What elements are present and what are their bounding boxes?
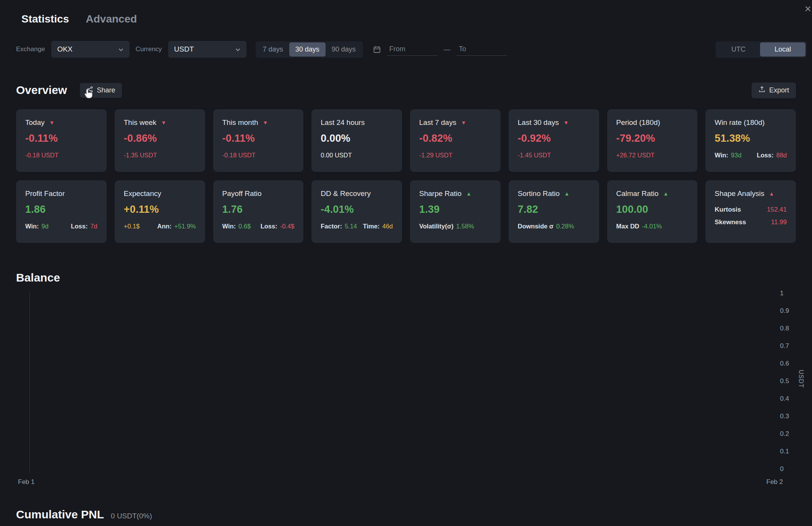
- y-tick: 0.8: [780, 325, 789, 332]
- currency-label: Currency: [136, 45, 162, 53]
- stat-card-last-30-days: Last 30 days▼ -0.92% -1.45 USDT: [509, 109, 599, 172]
- card-title: Profit Factor: [25, 189, 65, 198]
- card-subvalue: -1.45 USDT: [518, 152, 551, 159]
- share-label: Share: [97, 86, 115, 94]
- date-to-input[interactable]: To: [457, 43, 507, 56]
- range-30-days[interactable]: 30 days: [289, 42, 326, 57]
- y-tick: 0.9: [780, 307, 789, 315]
- maxdd-value: -4.01%: [642, 223, 662, 230]
- downside-value: 0.28%: [556, 223, 574, 230]
- card-title: Calmar Ratio: [616, 189, 659, 198]
- win-value: 0.6$: [238, 223, 251, 230]
- close-icon[interactable]: ×: [804, 3, 811, 15]
- stat-card-expectancy: Expectancy +0.11% +0.1$ Ann:+51.9%: [115, 180, 205, 243]
- cumulative-pnl-value: 0 USDT(0%): [111, 512, 152, 520]
- y-tick: 0.4: [780, 395, 789, 403]
- exchange-select[interactable]: OKX: [51, 41, 130, 58]
- card-subvalue: +26.72 USDT: [616, 152, 655, 159]
- card-title: DD & Recovery: [321, 189, 371, 198]
- win-value: 93d: [731, 152, 742, 159]
- filter-bar: Exchange OKX Currency USDT 7 days 30 day…: [0, 38, 812, 60]
- timezone-utc[interactable]: UTC: [717, 42, 760, 57]
- card-subvalue: 0.00 USDT: [321, 152, 352, 159]
- overview-title: Overview: [16, 84, 67, 97]
- card-value: 7.82: [518, 204, 590, 215]
- time-label: Time:: [363, 223, 380, 230]
- trend-up-icon: ▲: [466, 191, 472, 196]
- stat-card-today: Today▼ -0.11% -0.18 USDT: [16, 109, 107, 172]
- card-subvalue: -0.18 USDT: [222, 152, 256, 159]
- date-from-input[interactable]: From: [387, 43, 438, 56]
- card-value: +0.11%: [124, 204, 196, 215]
- card-title: Expectancy: [124, 189, 161, 198]
- card-title: Shape Analysis: [715, 189, 764, 198]
- win-value: 9d: [42, 223, 49, 230]
- card-title: Today: [25, 118, 45, 127]
- card-subvalue: -1.35 USDT: [124, 152, 157, 159]
- export-icon: [759, 86, 765, 95]
- card-title: Payoff Ratio: [222, 189, 262, 198]
- loss-value: 88d: [776, 152, 787, 159]
- currency-value: USDT: [174, 45, 194, 53]
- card-title: Sharpe Ratio: [419, 189, 462, 198]
- range-7-days[interactable]: 7 days: [257, 42, 289, 57]
- share-button[interactable]: Share: [80, 83, 122, 98]
- overview-header: Overview Share Export: [16, 81, 796, 99]
- y-tick: 0.1: [780, 448, 789, 455]
- factor-label: Factor:: [321, 223, 342, 230]
- stat-card-this-month: This month▼ -0.11% -0.18 USDT: [213, 109, 304, 172]
- downside-label: Downside σ: [518, 223, 554, 230]
- annual-value: +51.9%: [174, 223, 196, 230]
- trend-down-icon: ▼: [564, 120, 569, 125]
- header-tabs: Statistics Advanced: [0, 0, 812, 38]
- y-tick: 0.3: [780, 413, 789, 420]
- card-value: 51.38%: [715, 133, 787, 144]
- card-value: -79.20%: [616, 133, 689, 144]
- kurtosis-label: Kurtosis: [715, 206, 741, 214]
- balance-section-title: Balance: [16, 271, 796, 284]
- card-value: 1.39: [419, 204, 491, 215]
- kurtosis-value: 152.41: [767, 206, 787, 214]
- exchange-value: OKX: [57, 45, 73, 53]
- trend-down-icon: ▼: [461, 120, 466, 125]
- y-tick: 0: [780, 465, 783, 473]
- x-tick-end: Feb 2: [767, 478, 783, 486]
- win-label: Win:: [222, 223, 236, 230]
- loss-label: Loss:: [261, 223, 277, 230]
- timezone-selector: UTC Local: [716, 41, 807, 58]
- stat-card-win-rate-180d: Win rate (180d) 51.38% Win:93d Loss:88d: [705, 109, 796, 172]
- export-label: Export: [769, 86, 789, 94]
- stat-card-payoff-ratio: Payoff Ratio 1.76 Win:0.6$ Loss:-0.4$: [213, 180, 304, 243]
- card-title: Period (180d): [616, 118, 660, 127]
- currency-select[interactable]: USDT: [168, 41, 246, 58]
- timezone-local[interactable]: Local: [760, 42, 806, 57]
- card-title: Sortino Ratio: [518, 189, 560, 198]
- range-90-days[interactable]: 90 days: [326, 42, 362, 57]
- stat-card-calmar-ratio: Calmar Ratio▲ 100.00 Max DD-4.01%: [607, 180, 698, 243]
- trend-up-icon: ▲: [769, 191, 774, 196]
- trend-down-icon: ▼: [263, 120, 268, 125]
- stat-card-last-24-hours: Last 24 hours 0.00% 0.00 USDT: [311, 109, 402, 172]
- card-value: 0.00%: [321, 133, 393, 144]
- stat-card-profit-factor: Profit Factor 1.86 Win:9d Loss:7d: [16, 180, 107, 243]
- card-value: 100.00: [616, 204, 689, 215]
- skewness-label: Skewness: [715, 218, 746, 226]
- trend-up-icon: ▲: [564, 191, 570, 196]
- card-title: Last 30 days: [518, 118, 559, 127]
- stat-card-last-7-days: Last 7 days▼ -0.82% -1.29 USDT: [410, 109, 501, 172]
- tab-advanced[interactable]: Advanced: [86, 13, 137, 25]
- calendar-icon[interactable]: [373, 45, 381, 53]
- trend-down-icon: ▼: [161, 120, 166, 125]
- card-value: -0.82%: [419, 133, 491, 144]
- tab-statistics[interactable]: Statistics: [21, 13, 69, 25]
- card-value: -4.01%: [321, 204, 393, 215]
- card-title: Last 7 days: [419, 118, 456, 127]
- chevron-down-icon: [235, 45, 240, 53]
- chart-y-axis-title: USDT: [797, 370, 804, 388]
- y-tick: 0.5: [780, 377, 789, 385]
- card-subvalue: -0.18 USDT: [25, 152, 58, 159]
- card-value: 1.86: [25, 204, 97, 215]
- card-value: -0.92%: [518, 133, 590, 144]
- export-button[interactable]: Export: [752, 83, 796, 98]
- win-label: Win:: [25, 223, 39, 230]
